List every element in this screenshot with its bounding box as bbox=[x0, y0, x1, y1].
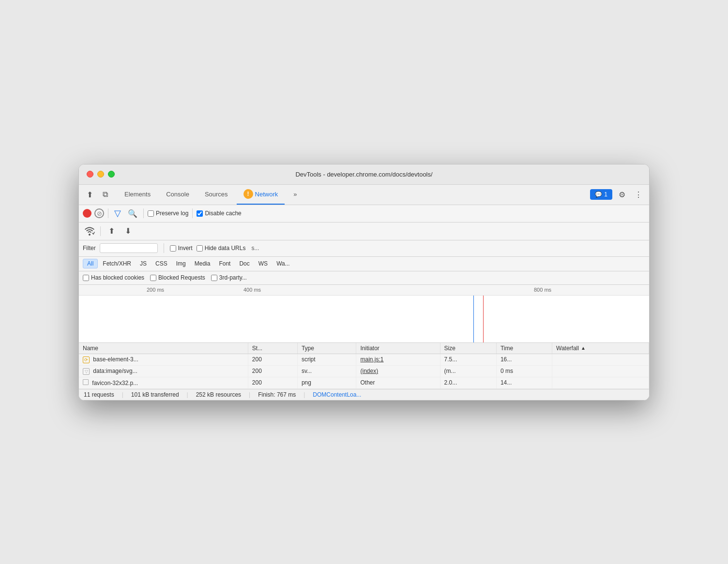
toolbar-row1: ⊘ ▽ 🔍 Preserve log Disable cache bbox=[79, 205, 649, 223]
type-tab-img[interactable]: Img bbox=[172, 259, 190, 268]
row-status: 200 bbox=[248, 365, 297, 377]
tab-sources[interactable]: Sources bbox=[198, 184, 235, 205]
type-tab-ws[interactable]: WS bbox=[255, 259, 272, 268]
clear-button[interactable]: ⊘ bbox=[94, 208, 104, 218]
tab-bar-right: 💬 1 ⚙ ⋮ bbox=[590, 188, 645, 201]
table-row[interactable]: favicon-32x32.p... 200 png Other 2.0... … bbox=[79, 377, 649, 388]
record-button[interactable] bbox=[83, 209, 91, 218]
devtools-window: DevTools - developer.chrome.com/docs/dev… bbox=[78, 164, 650, 401]
tab-network[interactable]: ! Network bbox=[237, 184, 285, 205]
search-icon[interactable]: 🔍 bbox=[126, 208, 139, 219]
type-tabs-row: All Fetch/XHR JS CSS Img Media Font Doc … bbox=[79, 257, 649, 271]
warning-row-icon: ⟳ bbox=[83, 356, 90, 363]
toolbar-row2: ⬆ ⬇ bbox=[79, 223, 649, 240]
wifi-settings-icon[interactable] bbox=[83, 224, 96, 238]
row-name: favicon-32x32.p... bbox=[79, 377, 248, 388]
invert-checkbox[interactable]: Invert bbox=[170, 245, 193, 252]
row-size: (m... bbox=[440, 365, 496, 377]
filter-input[interactable] bbox=[100, 243, 158, 253]
minimize-button[interactable] bbox=[97, 171, 104, 178]
tab-network-label: Network bbox=[255, 191, 278, 198]
traffic-lights bbox=[87, 171, 115, 178]
col-size[interactable]: Size bbox=[440, 343, 496, 354]
arrow-row-icon: ▽ bbox=[83, 368, 90, 375]
filter-sep bbox=[164, 243, 164, 253]
row-time: 14... bbox=[496, 377, 552, 388]
filter-label: Filter bbox=[83, 245, 96, 252]
domcontent-link[interactable]: DOMContentLoa... bbox=[313, 391, 361, 398]
type-tab-wa[interactable]: Wa... bbox=[273, 259, 294, 268]
col-time[interactable]: Time bbox=[496, 343, 552, 354]
network-table: Name St... Type Initiator Size Time Wate… bbox=[79, 343, 649, 389]
row-waterfall bbox=[552, 377, 649, 388]
inspect-icon[interactable]: ⬆ bbox=[83, 188, 96, 201]
col-type[interactable]: Type bbox=[297, 343, 356, 354]
status-bar: 11 requests | 101 kB transferred | 252 k… bbox=[79, 389, 649, 400]
table-row[interactable]: ⟳ base-element-3... 200 script main.js:1… bbox=[79, 354, 649, 365]
title-bar: DevTools - developer.chrome.com/docs/dev… bbox=[79, 164, 649, 185]
toolbar-sep-2 bbox=[143, 208, 144, 218]
sort-asc-icon: ▲ bbox=[581, 345, 586, 351]
row-size: 7.5... bbox=[440, 354, 496, 365]
feedback-button[interactable]: 💬 1 bbox=[590, 189, 612, 200]
row-initiator: main.js:1 bbox=[356, 354, 440, 365]
close-button[interactable] bbox=[87, 171, 93, 178]
row-time: 0 ms bbox=[496, 365, 552, 377]
network-table-scroll[interactable]: Name St... Type Initiator Size Time Wate… bbox=[79, 343, 649, 389]
tab-more[interactable]: » bbox=[287, 184, 303, 205]
col-waterfall[interactable]: Waterfall ▲ bbox=[552, 343, 649, 354]
toolbar-sep-1 bbox=[108, 208, 108, 218]
tab-console[interactable]: Console bbox=[159, 184, 196, 205]
download-icon[interactable]: ⬇ bbox=[121, 224, 135, 238]
row-type: png bbox=[297, 377, 356, 388]
row-name: ⟳ base-element-3... bbox=[79, 354, 248, 365]
tab-elements[interactable]: Elements bbox=[118, 184, 157, 205]
row-size: 2.0... bbox=[440, 377, 496, 388]
col-status[interactable]: St... bbox=[248, 343, 297, 354]
filter-icon[interactable]: ▽ bbox=[112, 207, 123, 220]
row-type: sv... bbox=[297, 365, 356, 377]
hide-data-urls-checkbox[interactable]: Hide data URLs bbox=[197, 245, 246, 252]
type-tab-css[interactable]: CSS bbox=[152, 259, 171, 268]
row-type: script bbox=[297, 354, 356, 365]
more-options-icon[interactable]: ⋮ bbox=[632, 188, 645, 201]
row-status: 200 bbox=[248, 354, 297, 365]
type-tab-media[interactable]: Media bbox=[191, 259, 214, 268]
row-name: ▽ data:image/svg... bbox=[79, 365, 248, 377]
settings-icon[interactable]: ⚙ bbox=[615, 188, 629, 201]
row-initiator: Other bbox=[356, 377, 440, 388]
dom-content-loaded-line bbox=[473, 296, 474, 343]
finish-time: Finish: 767 ms bbox=[258, 391, 296, 398]
preserve-log-checkbox[interactable]: Preserve log bbox=[148, 210, 188, 217]
timeline-marker-200ms: 200 ms bbox=[147, 287, 164, 293]
type-tab-all[interactable]: All bbox=[83, 259, 98, 268]
resources-size: 252 kB resources bbox=[196, 391, 241, 398]
row-status: 200 bbox=[248, 377, 297, 388]
row-time: 16... bbox=[496, 354, 552, 365]
timeline-canvas bbox=[79, 296, 649, 343]
row-initiator: (index) bbox=[356, 365, 440, 377]
third-party-checkbox[interactable]: 3rd-party... bbox=[211, 274, 247, 281]
timeline-area: 200 ms 400 ms 800 ms bbox=[79, 285, 649, 343]
upload-icon[interactable]: ⬆ bbox=[105, 224, 118, 238]
svg-point-0 bbox=[91, 231, 95, 235]
table-row[interactable]: ▽ data:image/svg... 200 sv... (index) (m… bbox=[79, 365, 649, 377]
disable-cache-checkbox[interactable]: Disable cache bbox=[197, 210, 241, 217]
toolbar-sep-3 bbox=[192, 208, 193, 218]
device-toolbar-icon[interactable]: ⧉ bbox=[98, 188, 112, 201]
timeline-marker-400ms: 400 ms bbox=[243, 287, 261, 293]
col-initiator[interactable]: Initiator bbox=[356, 343, 440, 354]
wifi-sep bbox=[100, 226, 101, 236]
type-tab-js[interactable]: JS bbox=[136, 259, 151, 268]
blocked-row: Has blocked cookies Blocked Requests 3rd… bbox=[79, 271, 649, 285]
maximize-button[interactable] bbox=[108, 171, 115, 178]
blocked-requests-checkbox[interactable]: Blocked Requests bbox=[150, 274, 205, 281]
col-name[interactable]: Name bbox=[79, 343, 248, 354]
has-blocked-cookies-checkbox[interactable]: Has blocked cookies bbox=[83, 274, 144, 281]
row-waterfall bbox=[552, 365, 649, 377]
type-tab-font[interactable]: Font bbox=[215, 259, 234, 268]
type-tab-fetch[interactable]: Fetch/XHR bbox=[99, 259, 135, 268]
network-warning-icon: ! bbox=[243, 189, 253, 199]
square-row-icon bbox=[83, 379, 89, 385]
type-tab-doc[interactable]: Doc bbox=[235, 259, 253, 268]
